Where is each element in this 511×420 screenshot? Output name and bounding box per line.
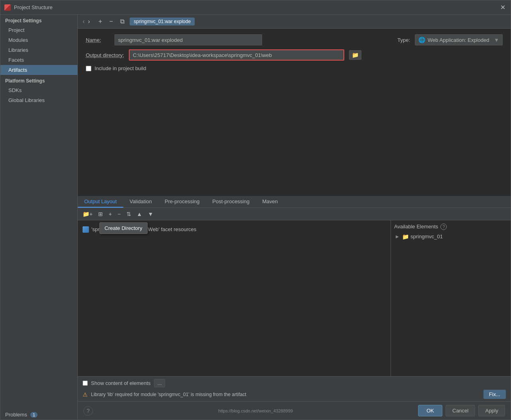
ok-button[interactable]: OK — [418, 405, 442, 416]
browse-folder-button[interactable]: 📁 — [349, 50, 361, 60]
remove-artifact-button[interactable]: − — [107, 17, 115, 26]
type-icon: 🌐 — [418, 37, 425, 43]
copy-artifact-button[interactable]: ⧉ — [118, 17, 126, 26]
cancel-button[interactable]: Cancel — [446, 405, 475, 416]
bottom-area: Show content of elements ... ⚠ Library '… — [78, 376, 511, 401]
tree-arrow-icon: ▶ — [396, 234, 401, 239]
app-icon — [4, 4, 11, 11]
include-build-checkbox[interactable] — [86, 66, 91, 71]
layout-area: 'springmvc_01' module: 'Web' facet resou… — [78, 220, 511, 377]
back-button[interactable]: ‹ — [82, 17, 85, 26]
right-panel: ‹ › + − ⧉ springmvc_01:war explode Name:… — [78, 15, 511, 420]
sort-btn[interactable]: ⇅ — [124, 210, 134, 218]
move-up-btn[interactable]: ▲ — [134, 210, 145, 218]
include-build-label: Include in project build — [95, 65, 146, 71]
add-btn[interactable]: + — [106, 210, 114, 218]
sidebar-global-libraries-label: Global Libraries — [8, 97, 45, 103]
type-dropdown[interactable]: 🌐 Web Application: Exploded ▼ — [415, 34, 503, 45]
sidebar-sdks-label: SDKs — [8, 87, 22, 93]
fix-button[interactable]: Fix... — [483, 390, 506, 399]
problems-label: Problems — [5, 412, 27, 418]
tab-maven[interactable]: Maven — [256, 196, 284, 208]
include-build-row: Include in project build — [86, 65, 503, 72]
sidebar-item-libraries[interactable]: Libraries — [0, 45, 77, 55]
problems-badge: 1 — [30, 412, 37, 418]
output-tree: 'springmvc_01' module: 'Web' facet resou… — [78, 220, 391, 377]
module-icon — [83, 226, 89, 233]
available-elements-title: Available Elements ? — [394, 224, 507, 230]
remove-btn[interactable]: − — [115, 210, 123, 218]
sidebar-modules-label: Modules — [8, 37, 28, 43]
footer: ? https://blog.csdn.net/weixin_43288999 … — [78, 401, 511, 420]
main-content: Project Settings Project Modules Librari… — [0, 15, 511, 420]
forward-button[interactable]: › — [87, 17, 91, 26]
add-artifact-button[interactable]: + — [97, 17, 104, 26]
project-settings-header: Project Settings — [0, 15, 77, 25]
show-content-checkbox[interactable] — [83, 381, 88, 386]
sidebar-item-problems[interactable]: Problems 1 — [0, 410, 77, 420]
sidebar-facets-label: Facets — [8, 57, 24, 63]
name-input[interactable] — [114, 34, 262, 45]
tab-validation[interactable]: Validation — [123, 196, 158, 208]
artifact-config-area: Name: Type: 🌐 Web Application: Exploded … — [78, 29, 511, 196]
close-button[interactable]: ✕ — [499, 4, 507, 12]
warning-icon: ⚠ — [83, 391, 88, 398]
title-bar: Project Structure ✕ — [0, 0, 511, 15]
show-content-row: Show content of elements ... — [83, 379, 506, 387]
output-toolbar: 📁+ ⊞ + − ⇅ ▲ ▼ Create Directory — [78, 208, 511, 220]
project-structure-dialog: Project Structure ✕ Project Settings Pro… — [0, 0, 511, 420]
type-value: Web Application: Exploded — [428, 37, 491, 43]
sidebar-artifacts-label: Artifacts — [8, 67, 27, 73]
sidebar-item-project[interactable]: Project — [0, 25, 77, 35]
sidebar-project-label: Project — [8, 27, 24, 33]
warning-text: Library 'lib' required for module 'sprin… — [91, 392, 246, 397]
tab-output-layout[interactable]: Output Layout — [78, 196, 123, 208]
output-dir-input[interactable] — [129, 49, 344, 61]
apply-button[interactable]: Apply — [478, 405, 505, 416]
sidebar-item-global-libraries[interactable]: Global Libraries — [0, 95, 77, 105]
sidebar-item-sdks[interactable]: SDKs — [0, 85, 77, 95]
available-tree-item-springmvc[interactable]: ▶ 📁 springmvc_01 — [394, 232, 507, 241]
create-directory-tooltip: Create Directory — [99, 222, 148, 234]
tabs-bar: Output Layout Validation Pre-processing … — [78, 196, 511, 208]
artifact-header: ‹ › + − ⧉ springmvc_01:war explode — [78, 15, 511, 29]
add-copy-btn[interactable]: ⊞ — [96, 210, 105, 218]
available-elements-panel: Available Elements ? ▶ 📁 springmvc_01 — [391, 220, 511, 377]
help-button[interactable]: ? — [83, 406, 93, 416]
name-label: Name: — [86, 37, 110, 43]
show-content-label: Show content of elements — [91, 380, 151, 386]
move-down-btn[interactable]: ▼ — [145, 210, 156, 218]
footer-link: https://blog.csdn.net/weixin_43288999 — [218, 408, 293, 413]
window-title: Project Structure — [14, 4, 499, 10]
sidebar: Project Settings Project Modules Librari… — [0, 15, 78, 420]
tab-post-processing[interactable]: Post-processing — [206, 196, 256, 208]
create-directory-btn[interactable]: 📁+ — [80, 210, 95, 218]
ellipsis-button[interactable]: ... — [154, 379, 166, 387]
artifact-tab[interactable]: springmvc_01:war explode — [130, 18, 195, 26]
output-dir-row: Output directory: 📁 — [86, 49, 503, 61]
nav-arrows: ‹ › — [82, 17, 91, 26]
warning-row: ⚠ Library 'lib' required for module 'spr… — [83, 390, 506, 399]
available-elements-help-icon[interactable]: ? — [440, 224, 447, 230]
output-dir-label: Output directory: — [86, 52, 124, 58]
type-label: Type: — [397, 37, 410, 43]
tab-pre-processing[interactable]: Pre-processing — [158, 196, 206, 208]
name-row: Name: Type: 🌐 Web Application: Exploded … — [86, 34, 503, 45]
platform-settings-header: Platform Settings — [0, 75, 77, 85]
sidebar-item-artifacts[interactable]: Artifacts — [0, 65, 77, 75]
sidebar-libraries-label: Libraries — [8, 47, 28, 53]
sidebar-item-modules[interactable]: Modules — [0, 35, 77, 45]
sidebar-item-facets[interactable]: Facets — [0, 55, 77, 65]
dropdown-arrow-icon: ▼ — [494, 37, 499, 43]
folder-icon: 📁 — [402, 234, 409, 240]
available-item-label: springmvc_01 — [410, 234, 443, 239]
